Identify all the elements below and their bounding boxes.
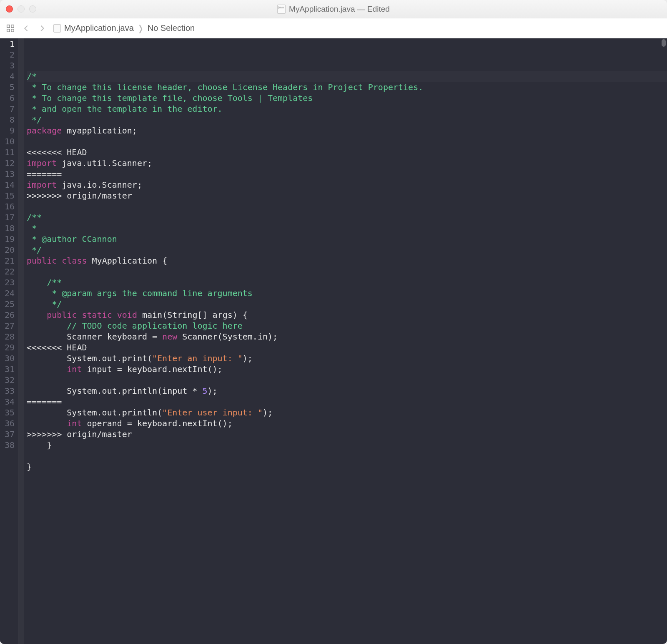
code-line[interactable]: */	[27, 299, 667, 309]
code-line[interactable]: public class MyApplication {	[27, 255, 667, 266]
line-number[interactable]: 21	[3, 255, 15, 266]
code-line[interactable]: // TODO code application logic here	[27, 320, 667, 331]
related-items-icon[interactable]	[6, 24, 15, 33]
code-line[interactable]: <<<<<<< HEAD	[27, 342, 667, 353]
line-number[interactable]: 17	[3, 212, 15, 223]
code-line[interactable]: /**	[27, 277, 667, 288]
code-line[interactable]: int operand = keyboard.nextInt();	[27, 418, 667, 429]
line-number[interactable]: 4	[3, 71, 15, 82]
code-line[interactable]: * @param args the command line arguments	[27, 288, 667, 299]
code-line[interactable]	[27, 201, 667, 212]
nav-back-icon[interactable]	[22, 24, 31, 33]
svg-rect-2	[7, 29, 10, 31]
line-number[interactable]: 13	[3, 169, 15, 179]
code-line[interactable]: >>>>>>> origin/master	[27, 190, 667, 201]
line-number[interactable]: 34	[3, 396, 15, 407]
line-number[interactable]: 2	[3, 49, 15, 60]
line-number[interactable]: 10	[3, 136, 15, 147]
code-line[interactable]: >>>>>>> origin/master	[27, 429, 667, 440]
code-line[interactable]: * @author CCannon	[27, 234, 667, 244]
file-icon	[277, 5, 286, 14]
code-line[interactable]	[27, 472, 667, 483]
code-line[interactable]	[27, 266, 667, 277]
line-number[interactable]: 38	[3, 440, 15, 450]
line-number[interactable]: 1	[3, 38, 15, 49]
line-number[interactable]: 11	[3, 147, 15, 158]
line-number[interactable]: 20	[3, 244, 15, 255]
svg-rect-3	[11, 29, 14, 31]
code-line[interactable]: <<<<<<< HEAD	[27, 147, 667, 158]
line-number[interactable]: 27	[3, 320, 15, 331]
line-number[interactable]: 31	[3, 364, 15, 375]
line-number[interactable]: 28	[3, 331, 15, 342]
code-line[interactable]: }	[27, 440, 667, 450]
breadcrumb[interactable]: MyApplication.java ❭ No Selection	[53, 23, 195, 33]
line-number[interactable]: 5	[3, 82, 15, 93]
code-line[interactable]: /**	[27, 212, 667, 223]
zoom-button[interactable]	[29, 5, 36, 13]
code-line[interactable]: int input = keyboard.nextInt();	[27, 364, 667, 375]
line-number[interactable]: 16	[3, 201, 15, 212]
line-number[interactable]: 35	[3, 407, 15, 418]
line-number[interactable]: 37	[3, 429, 15, 440]
editor-window: MyApplication.java — Edited MyApplicatio…	[0, 0, 667, 644]
line-number[interactable]: 32	[3, 375, 15, 385]
code-line[interactable]: import java.util.Scanner;	[27, 158, 667, 169]
line-number[interactable]: 26	[3, 309, 15, 320]
line-number[interactable]: 9	[3, 125, 15, 136]
code-line[interactable]: import java.io.Scanner;	[27, 179, 667, 190]
code-line[interactable]: System.out.println("Enter user input: ")…	[27, 407, 667, 418]
line-number[interactable]: 12	[3, 158, 15, 169]
line-number[interactable]: 36	[3, 418, 15, 429]
file-icon	[53, 24, 61, 33]
breadcrumb-file[interactable]: MyApplication.java	[64, 23, 134, 33]
line-number[interactable]: 25	[3, 299, 15, 309]
line-number[interactable]: 18	[3, 223, 15, 234]
code-line[interactable]: package myapplication;	[27, 125, 667, 136]
code-line[interactable]	[27, 136, 667, 147]
vertical-scrollbar[interactable]	[662, 39, 666, 47]
line-number[interactable]: 22	[3, 266, 15, 277]
code-line[interactable]: * To change this license header, choose …	[27, 82, 667, 93]
code-line[interactable]: * To change this template file, choose T…	[27, 93, 667, 103]
line-number[interactable]: 33	[3, 385, 15, 396]
code-line[interactable]: Scanner keyboard = new Scanner(System.in…	[27, 331, 667, 342]
fold-column[interactable]	[18, 38, 24, 644]
code-line[interactable]: *	[27, 223, 667, 234]
close-button[interactable]	[6, 5, 13, 13]
svg-rect-1	[11, 25, 14, 27]
line-number[interactable]: 6	[3, 93, 15, 103]
code-line[interactable]: System.out.println(input * 5);	[27, 385, 667, 396]
window-title: MyApplication.java — Edited	[0, 5, 667, 14]
code-line[interactable]: public static void main(String[] args) {	[27, 309, 667, 320]
minimize-button[interactable]	[18, 5, 25, 13]
code-line[interactable]	[27, 375, 667, 385]
code-line[interactable]: }	[27, 461, 667, 472]
code-line[interactable]: =======	[27, 396, 667, 407]
code-line[interactable]	[27, 450, 667, 461]
code-line[interactable]: * and open the template in the editor.	[27, 103, 667, 114]
line-number[interactable]: 8	[3, 114, 15, 125]
line-number[interactable]: 24	[3, 288, 15, 299]
window-title-text: MyApplication.java — Edited	[289, 5, 390, 14]
line-number[interactable]: 30	[3, 353, 15, 364]
code-line[interactable]: System.out.print("Enter an input: ");	[27, 353, 667, 364]
code-area[interactable]: /* * To change this license header, choo…	[24, 38, 667, 644]
line-number[interactable]: 19	[3, 234, 15, 244]
titlebar[interactable]: MyApplication.java — Edited	[0, 0, 667, 18]
line-number[interactable]: 23	[3, 277, 15, 288]
nav-forward-icon[interactable]	[38, 24, 47, 33]
line-number[interactable]: 29	[3, 342, 15, 353]
line-number[interactable]: 3	[3, 60, 15, 71]
line-number[interactable]: 15	[3, 190, 15, 201]
line-number-gutter[interactable]: 1234567891011121314151617181920212223242…	[0, 38, 18, 644]
line-number[interactable]: 7	[3, 103, 15, 114]
editor[interactable]: 1234567891011121314151617181920212223242…	[0, 38, 667, 644]
line-number[interactable]: 14	[3, 179, 15, 190]
code-line[interactable]: */	[27, 114, 667, 125]
code-line[interactable]: */	[27, 244, 667, 255]
code-line[interactable]: =======	[27, 169, 667, 179]
toolbar: MyApplication.java ❭ No Selection	[0, 18, 667, 38]
code-line[interactable]: /*	[27, 71, 667, 82]
breadcrumb-selection[interactable]: No Selection	[148, 23, 195, 33]
